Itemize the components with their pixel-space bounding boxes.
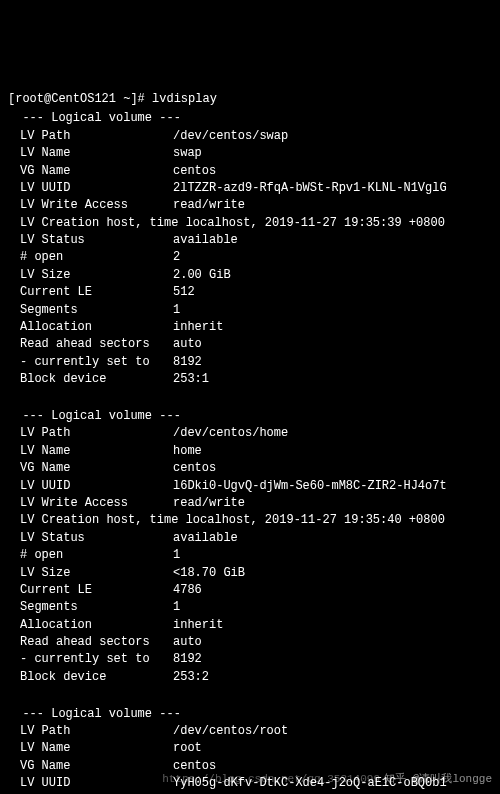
logical-volume-header: --- Logical volume --- — [8, 408, 492, 425]
field-label-allocation: Allocation — [8, 319, 173, 336]
field-row-creation: LV Creation host, time localhost, 2019-1… — [8, 215, 492, 232]
field-value-allocation: inherit — [173, 319, 492, 336]
blank-line — [8, 686, 492, 703]
field-value-segments: 1 — [173, 599, 492, 616]
field-label-current_le: Current LE — [8, 284, 173, 301]
field-row: Allocationinherit — [8, 617, 492, 634]
field-row: # open2 — [8, 249, 492, 266]
field-value-lv_path: /dev/centos/root — [173, 723, 492, 740]
field-row: Allocationinherit — [8, 319, 492, 336]
watermark-zhihu: 知乎 @请叫我longge — [384, 772, 492, 788]
field-row: LV Path/dev/centos/home — [8, 425, 492, 442]
field-row: VG Namecentos — [8, 460, 492, 477]
field-value-lv_path: /dev/centos/home — [173, 425, 492, 442]
field-value-block_device: 253:2 — [173, 669, 492, 686]
field-label-lv_name: LV Name — [8, 443, 173, 460]
logical-volume-header: --- Logical volume --- — [8, 110, 492, 127]
field-value-lv_status: available — [173, 232, 492, 249]
field-row: - currently set to8192 — [8, 354, 492, 371]
field-row: LV Nameroot — [8, 740, 492, 757]
field-label-lv_status: LV Status — [8, 232, 173, 249]
field-row: LV Path/dev/centos/swap — [8, 128, 492, 145]
terminal-output: [root@CentOS121 ~]# lvdisplay --- Logica… — [8, 74, 492, 794]
field-row: LV Size<18.70 GiB — [8, 565, 492, 582]
field-value-block_device: 253:1 — [173, 371, 492, 388]
field-label-lv_path: LV Path — [8, 128, 173, 145]
field-label-lv_status: LV Status — [8, 530, 173, 547]
field-value-lv_size: <18.70 GiB — [173, 565, 492, 582]
field-row: LV UUID2lTZZR-azd9-RfqA-bWSt-Rpv1-KLNL-N… — [8, 180, 492, 197]
field-label-lv_uuid: LV UUID — [8, 180, 173, 197]
field-row: - currently set to8192 — [8, 651, 492, 668]
field-value-lv_status: available — [173, 530, 492, 547]
field-value-allocation: inherit — [173, 617, 492, 634]
field-row: Segments1 — [8, 599, 492, 616]
command-prompt: [root@CentOS121 ~]# lvdisplay — [8, 92, 217, 106]
field-value-currently_set: 8192 — [173, 354, 492, 371]
field-label-open: # open — [8, 249, 173, 266]
field-value-lv_path: /dev/centos/swap — [173, 128, 492, 145]
field-label-segments: Segments — [8, 302, 173, 319]
field-label-vg_name: VG Name — [8, 758, 173, 775]
field-row: LV Namehome — [8, 443, 492, 460]
field-value-lv_write_access: read/write — [173, 197, 492, 214]
field-value-lv_name: home — [173, 443, 492, 460]
field-row: Block device253:2 — [8, 669, 492, 686]
field-row: LV UUIDl6Dki0-UgvQ-djWm-Se60-mM8C-ZIR2-H… — [8, 478, 492, 495]
field-value-open: 1 — [173, 547, 492, 564]
field-value-open: 2 — [173, 249, 492, 266]
field-value-current_le: 512 — [173, 284, 492, 301]
field-row: LV Statusavailable — [8, 232, 492, 249]
blank-line — [8, 389, 492, 406]
field-value-vg_name: centos — [173, 460, 492, 477]
field-row: LV Nameswap — [8, 145, 492, 162]
field-label-currently_set: - currently set to — [8, 354, 173, 371]
field-label-read_ahead: Read ahead sectors — [8, 336, 173, 353]
field-label-lv_name: LV Name — [8, 740, 173, 757]
field-value-segments: 1 — [173, 302, 492, 319]
field-row: Block device253:1 — [8, 371, 492, 388]
field-value-lv_name: swap — [173, 145, 492, 162]
field-row: Segments1 — [8, 302, 492, 319]
field-row-creation: LV Creation host, time localhost, 2019-1… — [8, 512, 492, 529]
field-label-allocation: Allocation — [8, 617, 173, 634]
field-row: LV Path/dev/centos/root — [8, 723, 492, 740]
field-label-lv_size: LV Size — [8, 565, 173, 582]
field-row: LV Write Accessread/write — [8, 495, 492, 512]
field-row: Current LE4786 — [8, 582, 492, 599]
field-value-lv_name: root — [173, 740, 492, 757]
field-label-lv_path: LV Path — [8, 425, 173, 442]
field-label-lv_size: LV Size — [8, 267, 173, 284]
field-value-vg_name: centos — [173, 163, 492, 180]
field-value-lv_size: 2.00 GiB — [173, 267, 492, 284]
field-label-block_device: Block device — [8, 371, 173, 388]
field-row: LV Write Accessread/write — [8, 197, 492, 214]
field-label-lv_uuid: LV UUID — [8, 775, 173, 792]
field-label-lv_name: LV Name — [8, 145, 173, 162]
field-label-open: # open — [8, 547, 173, 564]
field-value-currently_set: 8192 — [173, 651, 492, 668]
field-value-current_le: 4786 — [173, 582, 492, 599]
field-value-lv_uuid: 2lTZZR-azd9-RfqA-bWSt-Rpv1-KLNL-N1VglG — [173, 180, 492, 197]
field-label-block_device: Block device — [8, 669, 173, 686]
field-row: # open1 — [8, 547, 492, 564]
field-value-read_ahead: auto — [173, 336, 492, 353]
field-value-read_ahead: auto — [173, 634, 492, 651]
watermark-csdn: https://blog.csdn.net/qq_35314099 — [162, 772, 380, 788]
field-row: LV Statusavailable — [8, 530, 492, 547]
field-label-lv_uuid: LV UUID — [8, 478, 173, 495]
field-label-lv_write_access: LV Write Access — [8, 197, 173, 214]
field-row: Read ahead sectorsauto — [8, 634, 492, 651]
field-row: LV Size2.00 GiB — [8, 267, 492, 284]
field-row: Read ahead sectorsauto — [8, 336, 492, 353]
field-value-lv_uuid: l6Dki0-UgvQ-djWm-Se60-mM8C-ZIR2-HJ4o7t — [173, 478, 492, 495]
field-label-vg_name: VG Name — [8, 163, 173, 180]
field-label-segments: Segments — [8, 599, 173, 616]
field-label-currently_set: - currently set to — [8, 651, 173, 668]
field-label-lv_write_access: LV Write Access — [8, 495, 173, 512]
field-row: VG Namecentos — [8, 163, 492, 180]
field-label-read_ahead: Read ahead sectors — [8, 634, 173, 651]
field-value-lv_write_access: read/write — [173, 495, 492, 512]
field-label-vg_name: VG Name — [8, 460, 173, 477]
field-label-lv_path: LV Path — [8, 723, 173, 740]
